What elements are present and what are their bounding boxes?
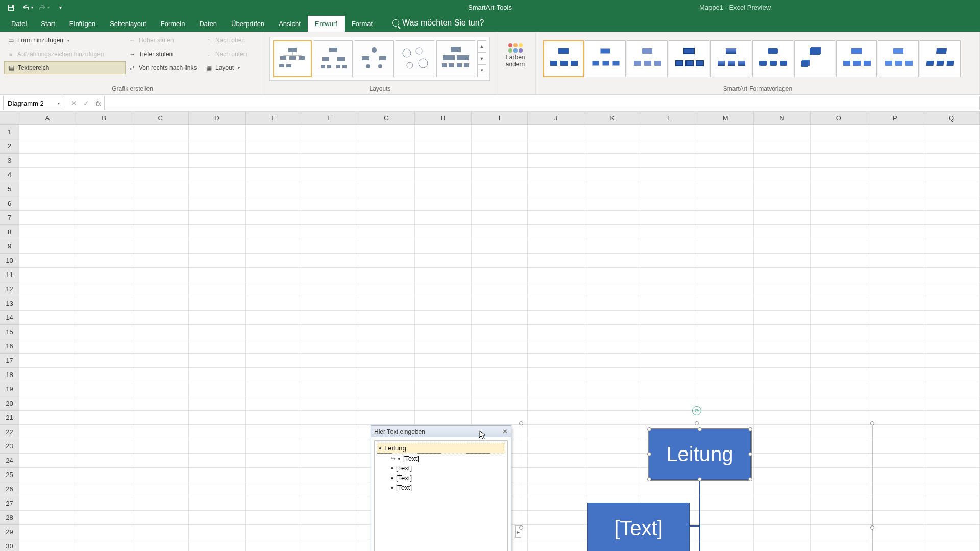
- tab-einfuegen[interactable]: Einfügen: [62, 16, 103, 32]
- row-header[interactable]: 5: [0, 182, 19, 196]
- column-header[interactable]: H: [415, 112, 472, 125]
- row-header[interactable]: 15: [0, 325, 19, 339]
- smartart-frame[interactable]: ▸ ⟳ Leitung: [521, 423, 873, 551]
- shape-handle[interactable]: [647, 427, 651, 431]
- resize-handle[interactable]: [870, 421, 874, 425]
- tab-format[interactable]: Format: [345, 16, 380, 32]
- row-header[interactable]: 1: [0, 125, 19, 139]
- text-pane-toggle[interactable]: ▤Textbereich: [4, 61, 126, 74]
- tab-seitenlayout[interactable]: Seitenlayout: [103, 16, 154, 32]
- textpane-item[interactable]: ↪[Text]: [377, 454, 505, 463]
- column-header[interactable]: B: [76, 112, 133, 125]
- fx-icon[interactable]: fx: [96, 99, 101, 107]
- resize-handle[interactable]: [870, 525, 874, 530]
- layout-thumb-2[interactable]: [314, 40, 353, 77]
- row-header[interactable]: 6: [0, 196, 19, 211]
- style-thumb-5[interactable]: [710, 40, 751, 77]
- row-header[interactable]: 28: [0, 511, 19, 525]
- tab-daten[interactable]: Daten: [192, 16, 224, 32]
- style-thumb-2[interactable]: [585, 40, 626, 77]
- textpane-item[interactable]: [Text]: [377, 473, 505, 483]
- select-all-corner[interactable]: [0, 112, 19, 125]
- cancel-formula-icon[interactable]: ✕: [69, 99, 79, 107]
- tab-start[interactable]: Start: [34, 16, 62, 32]
- gallery-up-icon[interactable]: ▲: [478, 41, 486, 53]
- tab-ansicht[interactable]: Ansicht: [272, 16, 308, 32]
- column-header[interactable]: D: [189, 112, 246, 125]
- row-header[interactable]: 20: [0, 396, 19, 411]
- row-header[interactable]: 8: [0, 225, 19, 239]
- row-header[interactable]: 10: [0, 254, 19, 268]
- layout-button[interactable]: ▦Layout▾: [202, 61, 250, 74]
- add-shape-button[interactable]: ▭Form hinzufügen▾: [4, 34, 126, 47]
- column-header[interactable]: I: [472, 112, 528, 125]
- row-header[interactable]: 21: [0, 411, 19, 425]
- style-thumb-3[interactable]: [627, 40, 668, 77]
- qat-customize-icon[interactable]: ▾: [53, 1, 67, 15]
- column-header[interactable]: G: [358, 112, 415, 125]
- style-thumb-7[interactable]: [794, 40, 835, 77]
- shape-handle[interactable]: [647, 477, 651, 481]
- column-header[interactable]: E: [246, 112, 302, 125]
- shape-handle[interactable]: [748, 477, 752, 481]
- text-pane-list[interactable]: Leitung↪[Text][Text][Text][Text]: [374, 440, 508, 551]
- textpane-item[interactable]: Leitung: [377, 443, 505, 454]
- column-header[interactable]: C: [132, 112, 189, 125]
- shape-handle[interactable]: [698, 477, 702, 481]
- column-header[interactable]: J: [528, 112, 584, 125]
- resize-handle[interactable]: [519, 421, 523, 425]
- column-header[interactable]: L: [641, 112, 698, 125]
- row-header[interactable]: 14: [0, 311, 19, 325]
- column-header[interactable]: P: [867, 112, 924, 125]
- name-box[interactable]: Diagramm 2 ▾: [3, 96, 64, 110]
- layout-thumb-1[interactable]: [273, 40, 312, 77]
- layout-thumb-4[interactable]: [396, 40, 434, 77]
- row-header[interactable]: 30: [0, 539, 19, 551]
- save-icon[interactable]: [4, 1, 18, 15]
- row-header[interactable]: 7: [0, 211, 19, 225]
- row-header[interactable]: 27: [0, 496, 19, 511]
- rotate-handle-icon[interactable]: ⟳: [692, 406, 701, 415]
- style-thumb-1[interactable]: [543, 40, 584, 77]
- column-header[interactable]: Q: [923, 112, 980, 125]
- formula-input[interactable]: [104, 96, 980, 110]
- row-header[interactable]: 24: [0, 454, 19, 468]
- column-header[interactable]: F: [302, 112, 359, 125]
- row-header[interactable]: 11: [0, 268, 19, 282]
- layout-thumb-5[interactable]: [436, 40, 475, 77]
- style-thumb-10[interactable]: [920, 40, 961, 77]
- row-header[interactable]: 3: [0, 154, 19, 168]
- resize-handle[interactable]: [519, 525, 523, 530]
- tab-entwurf[interactable]: Entwurf: [308, 16, 345, 32]
- accept-formula-icon[interactable]: ✓: [82, 99, 91, 107]
- row-header[interactable]: 18: [0, 368, 19, 382]
- row-header[interactable]: 19: [0, 382, 19, 396]
- shape-handle[interactable]: [647, 452, 651, 456]
- change-colors-button[interactable]: Farben ändern: [498, 32, 533, 80]
- tab-formeln[interactable]: Formeln: [154, 16, 192, 32]
- chevron-down-icon[interactable]: ▾: [58, 101, 60, 106]
- row-header[interactable]: 9: [0, 239, 19, 254]
- row-header[interactable]: 25: [0, 468, 19, 482]
- shape-handle[interactable]: [698, 427, 702, 431]
- gallery-down-icon[interactable]: ▼: [478, 53, 486, 65]
- layout-thumb-3[interactable]: [355, 40, 394, 77]
- orgchart-box-assistant[interactable]: [Text]: [587, 503, 690, 551]
- column-header[interactable]: O: [811, 112, 867, 125]
- undo-icon[interactable]: ▾: [20, 1, 35, 15]
- demote-button[interactable]: →Tiefer stufen: [126, 47, 202, 61]
- tab-datei[interactable]: Datei: [4, 16, 34, 32]
- style-thumb-4[interactable]: [669, 40, 709, 77]
- tab-ueberpruefen[interactable]: Überprüfen: [224, 16, 272, 32]
- column-header[interactable]: A: [19, 112, 76, 125]
- style-thumb-6[interactable]: [752, 40, 793, 77]
- orgchart-box-top[interactable]: Leitung: [649, 429, 751, 480]
- row-header[interactable]: 29: [0, 525, 19, 539]
- column-header[interactable]: N: [754, 112, 811, 125]
- row-header[interactable]: 13: [0, 296, 19, 311]
- row-header[interactable]: 12: [0, 282, 19, 296]
- column-header[interactable]: K: [584, 112, 641, 125]
- row-header[interactable]: 4: [0, 168, 19, 182]
- redo-icon[interactable]: ▾: [37, 1, 51, 15]
- column-header[interactable]: M: [697, 112, 754, 125]
